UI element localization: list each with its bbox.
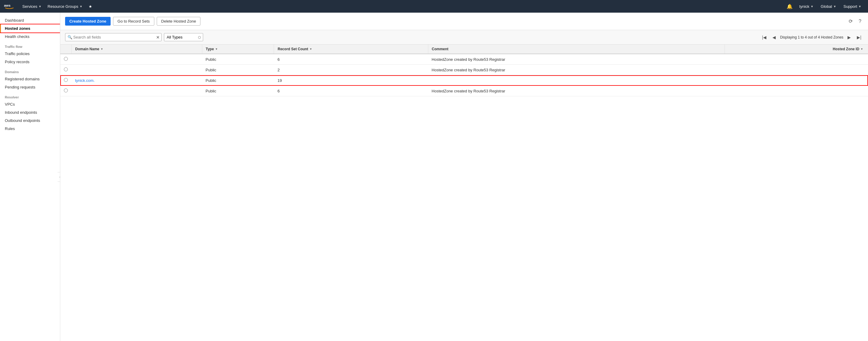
goto-record-sets-button[interactable]: Go to Record Sets (113, 17, 154, 26)
star-icon: ★ (89, 4, 92, 9)
sidebar-item-health-checks[interactable]: Health checks (0, 33, 60, 41)
sidebar-item-hosted-zones[interactable]: Hosted zones (0, 24, 60, 33)
main-content: Create Hosted Zone Go to Record Sets Del… (60, 13, 868, 341)
hosted-zone-id-sort[interactable]: Hosted Zone ID ▼ (833, 47, 863, 51)
refresh-button[interactable]: ⟳ (847, 17, 855, 25)
row3-domain-name[interactable]: tynick.com. (71, 75, 202, 86)
domain-name-sort[interactable]: Domain Name ▼ (75, 47, 103, 51)
table-wrap: Domain Name ▼ Type ▼ Rec (60, 44, 868, 96)
domain-name-sort-arrow: ▼ (101, 47, 103, 50)
type-select-wrap: All Types Public Private ⬡ (164, 33, 203, 41)
row2-type: Public (202, 65, 274, 75)
pagination-text: Displaying 1 to 4 out of 4 Hosted Zones (780, 35, 843, 39)
col-hosted-zone-id[interactable]: Hosted Zone ID ▼ (725, 44, 868, 54)
page-first-button[interactable]: |◀ (761, 34, 769, 41)
col-type[interactable]: Type ▼ (202, 44, 274, 54)
sidebar-item-inbound-endpoints[interactable]: Inbound endpoints (0, 108, 60, 116)
support-menu[interactable]: Support ▼ (841, 0, 864, 13)
bell-icon[interactable]: 🔔 (784, 4, 795, 9)
search-wrap: 🔍 ✕ (65, 33, 161, 41)
aws-logo: aws (4, 2, 15, 10)
row4-radio-cell[interactable] (60, 86, 71, 96)
row2-domain-name (71, 65, 202, 75)
sidebar-item-traffic-policies[interactable]: Traffic policies (0, 50, 60, 58)
row3-type: Public (202, 75, 274, 86)
search-input[interactable] (65, 33, 161, 41)
page-last-button[interactable]: ▶| (855, 34, 863, 41)
sidebar-item-outbound-endpoints[interactable]: Outbound endpoints (0, 116, 60, 125)
help-button[interactable]: ? (857, 18, 863, 25)
table-row[interactable]: Public 2 HostedZone created by Route53 R… (60, 65, 868, 75)
hosted-zones-table: Domain Name ▼ Type ▼ Rec (60, 44, 868, 96)
table-header-row: Domain Name ▼ Type ▼ Rec (60, 44, 868, 54)
sidebar-section-traffic-flow: Traffic flow (0, 42, 60, 50)
sidebar-item-pending-requests[interactable]: Pending requests (0, 83, 60, 91)
sidebar-item-rules[interactable]: Rules (0, 125, 60, 133)
type-select[interactable]: All Types Public Private (164, 33, 203, 41)
row4-type: Public (202, 86, 274, 96)
hosted-zone-id-sort-arrow: ▼ (861, 47, 863, 50)
col-record-set-count[interactable]: Record Set Count ▼ (274, 44, 428, 54)
services-menu[interactable]: Services ▼ (19, 0, 44, 13)
sidebar-section-domains: Domains (0, 68, 60, 75)
sidebar-item-vpcs[interactable]: VPCs (0, 100, 60, 108)
col-radio (60, 44, 71, 54)
row4-domain-name (71, 86, 202, 96)
region-chevron: ▼ (833, 5, 836, 8)
sidebar-collapse-btn[interactable]: ◀ (58, 172, 60, 182)
row4-comment: HostedZone created by Route53 Registrar (428, 86, 725, 96)
sidebar: ◀ Dashboard Hosted zones Health checks T… (0, 13, 60, 341)
delete-hosted-zone-button[interactable]: Delete Hosted Zone (157, 17, 201, 26)
region-menu[interactable]: Global ▼ (818, 0, 839, 13)
row1-comment: HostedZone created by Route53 Registrar (428, 54, 725, 65)
starred-menu[interactable]: ★ (86, 0, 95, 13)
row3-comment (428, 75, 725, 86)
table-row[interactable]: Public 6 HostedZone created by Route53 R… (60, 54, 868, 65)
svg-text:aws: aws (4, 4, 10, 7)
row2-radio-cell[interactable] (60, 65, 71, 75)
resource-groups-menu[interactable]: Resource Groups ▼ (44, 0, 86, 13)
row3-record-set-count: 19 (274, 75, 428, 86)
search-icon: 🔍 (67, 35, 72, 39)
sidebar-section-resolver: Resolver (0, 93, 60, 100)
type-sort[interactable]: Type ▼ (206, 47, 218, 51)
search-clear-icon[interactable]: ✕ (156, 35, 160, 40)
app-layout: ◀ Dashboard Hosted zones Health checks T… (0, 13, 868, 341)
record-set-count-sort-arrow: ▼ (310, 47, 312, 50)
row2-record-set-count: 2 (274, 65, 428, 75)
row1-record-set-count: 6 (274, 54, 428, 65)
row2-radio[interactable] (64, 67, 68, 71)
toolbar: Create Hosted Zone Go to Record Sets Del… (60, 13, 868, 30)
col-domain-name[interactable]: Domain Name ▼ (71, 44, 202, 54)
create-hosted-zone-button[interactable]: Create Hosted Zone (65, 17, 111, 26)
row1-domain-name (71, 54, 202, 65)
user-menu[interactable]: tynick ▼ (796, 0, 816, 13)
row4-radio[interactable] (64, 89, 68, 92)
sidebar-item-registered-domains[interactable]: Registered domains (0, 75, 60, 83)
sidebar-item-policy-records[interactable]: Policy records (0, 58, 60, 66)
row1-radio-cell[interactable] (60, 54, 71, 65)
row4-record-set-count: 6 (274, 86, 428, 96)
row3-radio[interactable] (64, 78, 68, 82)
row3-radio-cell[interactable] (60, 75, 71, 86)
row4-hosted-zone-id (725, 86, 868, 96)
tynick-domain-link[interactable]: tynick.com. (75, 78, 95, 83)
col-comment: Comment (428, 44, 725, 54)
row2-hosted-zone-id (725, 65, 868, 75)
user-chevron: ▼ (810, 5, 813, 8)
table-row[interactable]: Public 6 HostedZone created by Route53 R… (60, 86, 868, 96)
type-sort-arrow: ▼ (215, 47, 218, 50)
record-set-count-sort[interactable]: Record Set Count ▼ (278, 47, 312, 51)
page-prev-button[interactable]: ◀ (771, 34, 778, 41)
page-next-button[interactable]: ▶ (846, 34, 852, 41)
row2-comment: HostedZone created by Route53 Registrar (428, 65, 725, 75)
resource-groups-chevron: ▼ (80, 5, 83, 8)
services-chevron: ▼ (38, 5, 41, 8)
search-bar: 🔍 ✕ All Types Public Private ⬡ |◀ ◀ Disp… (60, 30, 868, 44)
row1-radio[interactable] (64, 57, 68, 61)
table-row[interactable]: tynick.com. Public 19 (60, 75, 868, 86)
row3-hosted-zone-id (725, 75, 868, 86)
sidebar-item-dashboard[interactable]: Dashboard (0, 16, 60, 24)
row1-hosted-zone-id (725, 54, 868, 65)
top-nav: aws Services ▼ Resource Groups ▼ ★ 🔔 tyn… (0, 0, 868, 13)
